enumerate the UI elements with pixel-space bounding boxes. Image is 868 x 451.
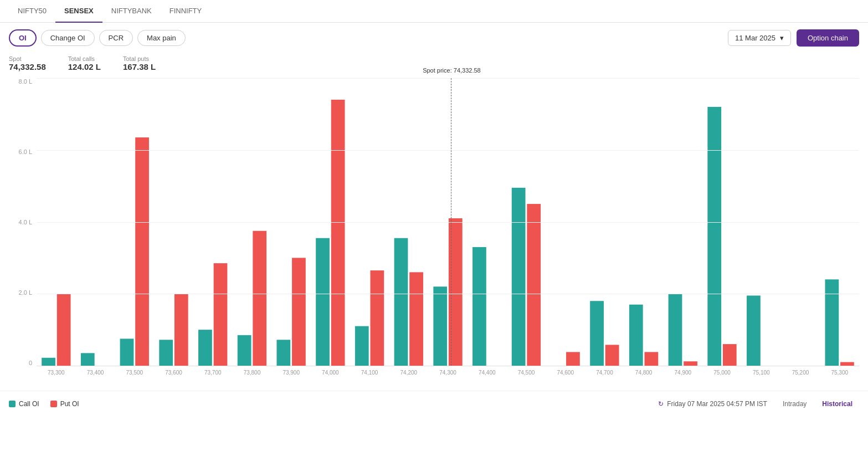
oi-button[interactable]: OI <box>9 29 37 47</box>
y-label-2: 2.0 L <box>19 289 32 296</box>
call-bar <box>198 330 212 366</box>
spot-label: Spot <box>9 55 46 62</box>
put-bar <box>723 344 737 366</box>
call-bar <box>669 294 682 366</box>
put-bar <box>57 294 71 366</box>
spot-price-label: Spot price: 74,332.58 <box>423 67 481 74</box>
x-label: 74,700 <box>585 370 624 376</box>
date-selector[interactable]: 11 Mar 2025 ▾ <box>728 30 791 46</box>
put-bar <box>214 263 228 366</box>
tab-sensex[interactable]: SENSEX <box>55 0 102 23</box>
refresh-info: ↻ Friday 07 Mar 2025 04:57 PM IST <box>658 400 767 408</box>
tab-niftybank[interactable]: NIFTYBANK <box>102 0 161 23</box>
grid-line-6 <box>37 150 859 151</box>
tabs-bar: NIFTY50 SENSEX NIFTYBANK FINNIFTY <box>0 0 868 23</box>
call-bar <box>433 286 447 366</box>
call-bar <box>81 353 95 366</box>
put-bar <box>292 258 306 366</box>
y-label-4: 4.0 L <box>19 219 32 226</box>
option-chain-button[interactable]: Option chain <box>797 29 859 47</box>
controls-bar: OI Change OI PCR Max pain 11 Mar 2025 ▾ … <box>0 23 868 53</box>
historical-button[interactable]: Historical <box>815 398 859 410</box>
x-label: 74,800 <box>624 370 664 376</box>
total-puts-item: Total puts 167.38 L <box>123 55 156 71</box>
put-bar <box>135 137 149 366</box>
x-label: 75,300 <box>820 370 859 376</box>
call-bar <box>42 358 55 366</box>
call-oi-color <box>9 401 16 407</box>
x-label: 74,500 <box>507 370 546 376</box>
grid-line-2 <box>37 294 859 294</box>
y-label-0: 0 <box>29 360 32 366</box>
x-label: 73,700 <box>193 370 233 376</box>
call-bar <box>120 339 134 366</box>
x-axis: 73,30073,40073,50073,60073,70073,80073,9… <box>37 366 859 388</box>
total-calls-value: 124.02 L <box>68 62 101 71</box>
put-bar <box>409 272 423 366</box>
put-bar <box>605 345 619 366</box>
call-bar <box>238 335 251 366</box>
footer: Call OI Put OI ↻ Friday 07 Mar 2025 04:5… <box>0 391 868 417</box>
put-oi-color <box>50 401 57 407</box>
x-label: 73,900 <box>271 370 311 376</box>
x-label: 73,800 <box>233 370 272 376</box>
refresh-time: Friday 07 Mar 2025 04:57 PM IST <box>667 400 767 408</box>
chart-container: 8.0 L 6.0 L 4.0 L 2.0 L 0 Spot price: 74… <box>0 78 868 388</box>
pcr-button[interactable]: PCR <box>99 30 133 46</box>
x-label: 74,400 <box>468 370 507 376</box>
call-bar <box>355 326 369 366</box>
put-bar <box>174 294 188 366</box>
x-label: 74,200 <box>389 370 428 376</box>
x-label: 74,900 <box>664 370 703 376</box>
put-bar <box>566 352 580 366</box>
x-label: 73,600 <box>154 370 193 376</box>
x-label: 74,000 <box>311 370 350 376</box>
call-bar <box>707 107 721 366</box>
spot-item: Spot 74,332.58 <box>9 55 46 71</box>
call-oi-label: Call OI <box>19 400 39 408</box>
spot-price-line: Spot price: 74,332.58 <box>451 78 451 366</box>
footer-right: ↻ Friday 07 Mar 2025 04:57 PM IST Intrad… <box>658 398 859 410</box>
x-label: 75,100 <box>742 370 781 376</box>
put-bar <box>644 352 658 366</box>
put-bar <box>527 204 541 366</box>
x-label: 74,300 <box>428 370 468 376</box>
y-axis: 8.0 L 6.0 L 4.0 L 2.0 L 0 <box>9 78 37 366</box>
put-oi-legend: Put OI <box>50 400 79 408</box>
plot-area: Spot price: 74,332.58 <box>37 78 859 366</box>
view-buttons: Intraday Historical <box>776 398 859 410</box>
call-bar <box>316 238 330 366</box>
tab-finnifty[interactable]: FINNIFTY <box>161 0 211 23</box>
call-bar <box>747 295 761 366</box>
tab-nifty50[interactable]: NIFTY50 <box>9 0 55 23</box>
put-bar <box>370 270 384 366</box>
call-bar <box>590 301 604 366</box>
spot-value: 74,332.58 <box>9 62 46 71</box>
refresh-icon[interactable]: ↻ <box>658 400 664 408</box>
chart-inner: 8.0 L 6.0 L 4.0 L 2.0 L 0 Spot price: 74… <box>9 78 859 388</box>
y-label-8: 8.0 L <box>19 78 32 85</box>
call-bar <box>512 188 526 366</box>
total-calls-item: Total calls 124.02 L <box>68 55 101 71</box>
x-label: 74,100 <box>350 370 389 376</box>
x-label: 75,200 <box>781 370 820 376</box>
chevron-down-icon: ▾ <box>780 34 784 42</box>
call-bar <box>825 279 839 366</box>
x-label: 73,400 <box>76 370 115 376</box>
total-puts-value: 167.38 L <box>123 62 156 71</box>
put-bar <box>331 100 345 366</box>
y-label-6: 6.0 L <box>19 148 32 155</box>
call-bar <box>159 340 173 366</box>
grid-line-4 <box>37 222 859 223</box>
put-bar <box>253 231 266 366</box>
put-bar <box>840 362 854 366</box>
x-label: 74,600 <box>546 370 585 376</box>
x-label: 73,300 <box>37 370 76 376</box>
total-calls-label: Total calls <box>68 55 101 62</box>
grid-line-8 <box>37 78 859 79</box>
change-oi-button[interactable]: Change OI <box>41 30 95 46</box>
call-oi-legend: Call OI <box>9 400 39 408</box>
max-pain-button[interactable]: Max pain <box>137 30 186 46</box>
spot-info: Spot 74,332.58 Total calls 124.02 L Tota… <box>0 53 868 78</box>
intraday-button[interactable]: Intraday <box>776 398 813 410</box>
